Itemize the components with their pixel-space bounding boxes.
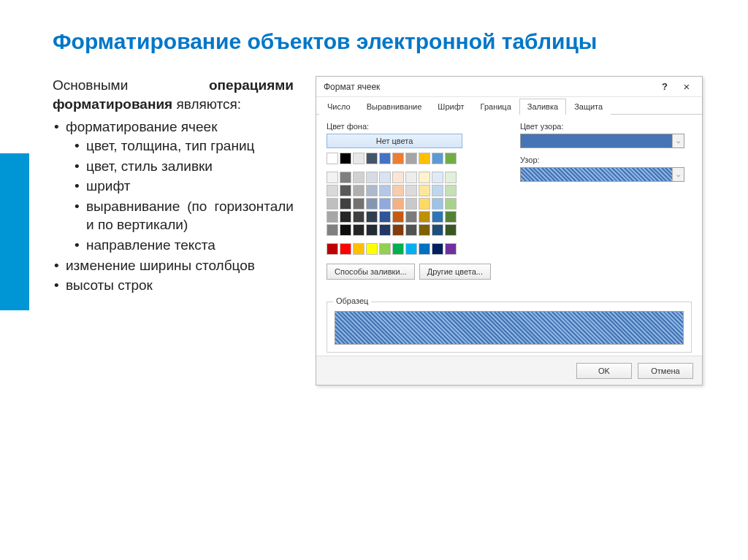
color-swatch[interactable] xyxy=(392,153,404,164)
color-swatch[interactable] xyxy=(432,224,443,236)
color-swatch[interactable] xyxy=(379,243,391,255)
color-swatch[interactable] xyxy=(392,211,404,223)
color-swatch[interactable] xyxy=(432,153,443,164)
list-item: цвет, стиль заливки xyxy=(86,157,294,176)
close-icon[interactable]: × xyxy=(676,80,698,93)
color-swatch[interactable] xyxy=(445,211,457,223)
color-swatch[interactable] xyxy=(419,243,430,255)
color-swatch[interactable] xyxy=(392,243,404,255)
color-swatch[interactable] xyxy=(445,224,457,236)
color-swatch[interactable] xyxy=(392,198,404,210)
color-swatch[interactable] xyxy=(353,172,365,183)
no-color-button[interactable]: Нет цвета xyxy=(327,134,462,148)
color-swatch[interactable] xyxy=(353,185,365,196)
tab-fill[interactable]: Заливка xyxy=(519,99,566,115)
color-swatch[interactable] xyxy=(419,198,430,210)
color-swatch[interactable] xyxy=(353,198,365,210)
color-swatch[interactable] xyxy=(366,243,378,255)
color-swatch[interactable] xyxy=(405,224,417,236)
color-swatch[interactable] xyxy=(445,243,457,255)
color-swatch[interactable] xyxy=(445,172,457,183)
color-swatch[interactable] xyxy=(366,185,378,196)
tab-font[interactable]: Шрифт xyxy=(430,99,472,115)
color-swatch[interactable] xyxy=(379,185,391,196)
fill-methods-button[interactable]: Способы заливки... xyxy=(327,264,415,280)
color-swatch[interactable] xyxy=(419,211,430,223)
color-swatch[interactable] xyxy=(340,172,351,183)
color-swatch[interactable] xyxy=(405,211,417,223)
color-swatch[interactable] xyxy=(419,172,430,183)
color-swatch[interactable] xyxy=(327,224,338,236)
color-swatch[interactable] xyxy=(405,243,417,255)
color-swatch[interactable] xyxy=(327,198,338,210)
color-swatch[interactable] xyxy=(327,211,338,223)
color-swatch[interactable] xyxy=(392,224,404,236)
color-swatch[interactable] xyxy=(353,211,365,223)
list-item: цвет, толщина, тип границ xyxy=(86,137,294,156)
color-swatch[interactable] xyxy=(340,153,351,164)
color-swatch[interactable] xyxy=(340,224,351,236)
list-item: изменение ширины столбцов xyxy=(66,256,294,275)
tab-protection[interactable]: Защита xyxy=(566,99,611,115)
color-swatch[interactable] xyxy=(432,198,443,210)
color-swatch[interactable] xyxy=(366,224,378,236)
pattern-style-dropdown[interactable]: ⌵ xyxy=(520,167,684,182)
color-swatch[interactable] xyxy=(379,172,391,183)
intro-prefix: Основными xyxy=(53,77,209,93)
color-swatch[interactable] xyxy=(419,185,430,196)
color-swatch[interactable] xyxy=(405,198,417,210)
color-swatch[interactable] xyxy=(432,211,443,223)
color-swatch[interactable] xyxy=(405,172,417,183)
color-swatch[interactable] xyxy=(366,172,378,183)
color-swatch[interactable] xyxy=(432,185,443,196)
dialog-tabs: Число Выравнивание Шрифт Граница Заливка… xyxy=(316,97,702,115)
color-swatch[interactable] xyxy=(379,224,391,236)
chevron-down-icon: ⌵ xyxy=(672,134,684,147)
color-swatch[interactable] xyxy=(445,185,457,196)
bg-color-label: Цвет фона: xyxy=(327,122,491,131)
pattern-color-dropdown[interactable]: ⌵ xyxy=(520,134,684,148)
bullet-list: форматирование ячеек цвет, толщина, тип … xyxy=(53,118,294,295)
cancel-button[interactable]: Отмена xyxy=(638,363,693,379)
color-swatch[interactable] xyxy=(445,153,457,164)
color-swatch[interactable] xyxy=(353,153,365,164)
color-swatch[interactable] xyxy=(445,198,457,210)
other-colors-button[interactable]: Другие цвета... xyxy=(419,264,491,280)
color-swatch[interactable] xyxy=(366,211,378,223)
color-swatch[interactable] xyxy=(327,153,338,164)
help-icon[interactable]: ? xyxy=(654,81,676,92)
accent-bar xyxy=(0,153,29,310)
dialog-titlebar: Формат ячеек ? × xyxy=(316,77,702,97)
color-swatch[interactable] xyxy=(353,243,365,255)
tab-border[interactable]: Граница xyxy=(473,99,519,115)
color-swatch[interactable] xyxy=(327,172,338,183)
ok-button[interactable]: OK xyxy=(576,363,632,379)
color-swatch[interactable] xyxy=(327,243,338,255)
color-swatch[interactable] xyxy=(405,185,417,196)
color-swatch[interactable] xyxy=(405,153,417,164)
color-swatch[interactable] xyxy=(432,172,443,183)
chevron-down-icon: ⌵ xyxy=(672,168,684,181)
color-swatch[interactable] xyxy=(379,198,391,210)
color-swatch[interactable] xyxy=(432,243,443,255)
color-swatch[interactable] xyxy=(379,153,391,164)
color-swatch[interactable] xyxy=(379,211,391,223)
intro-paragraph: Основными операциями форматирования явля… xyxy=(53,76,294,113)
color-palette xyxy=(327,153,491,255)
tab-number[interactable]: Число xyxy=(319,99,359,115)
color-swatch[interactable] xyxy=(392,185,404,196)
color-swatch[interactable] xyxy=(340,185,351,196)
color-swatch[interactable] xyxy=(419,153,430,164)
color-swatch[interactable] xyxy=(340,243,351,255)
color-swatch[interactable] xyxy=(353,224,365,236)
color-swatch[interactable] xyxy=(419,224,430,236)
color-swatch[interactable] xyxy=(327,185,338,196)
color-swatch[interactable] xyxy=(340,211,351,223)
pattern-color-label: Цвет узора: xyxy=(520,122,692,131)
color-swatch[interactable] xyxy=(366,198,378,210)
tab-alignment[interactable]: Выравнивание xyxy=(359,99,430,115)
dialog-title: Формат ячеек xyxy=(324,82,654,92)
color-swatch[interactable] xyxy=(340,198,351,210)
color-swatch[interactable] xyxy=(392,172,404,183)
color-swatch[interactable] xyxy=(366,153,378,164)
